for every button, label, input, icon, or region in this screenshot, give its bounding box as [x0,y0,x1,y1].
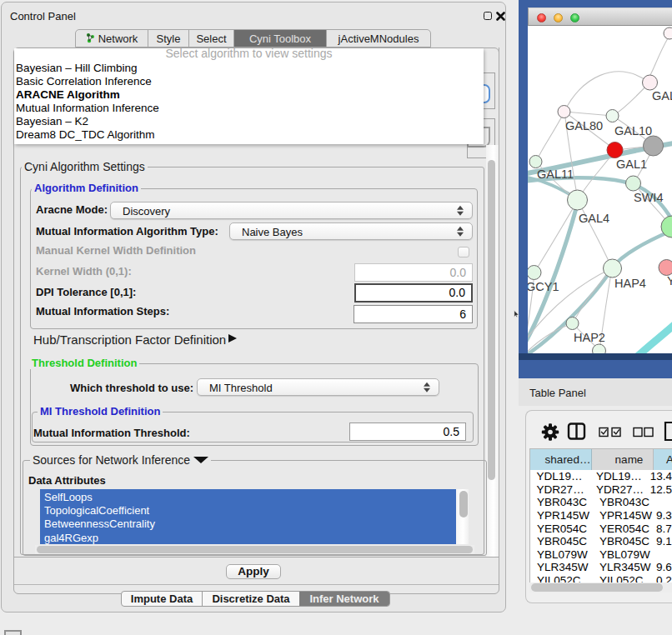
svg-text:HAP2: HAP2 [574,331,605,344]
svg-text:HAP4: HAP4 [614,277,646,290]
svg-text:GAL11: GAL11 [537,168,574,181]
svg-text:SWI4: SWI4 [634,191,663,204]
svg-text:Y: Y [667,274,672,288]
svg-text:GAL1: GAL1 [616,158,647,171]
svg-text:GAL2: GAL2 [652,89,672,102]
svg-text:GCY1: GCY1 [528,280,559,293]
svg-text:GAL10: GAL10 [614,124,652,138]
svg-text:GAL80: GAL80 [565,119,603,132]
svg-text:GAL4: GAL4 [579,212,609,225]
